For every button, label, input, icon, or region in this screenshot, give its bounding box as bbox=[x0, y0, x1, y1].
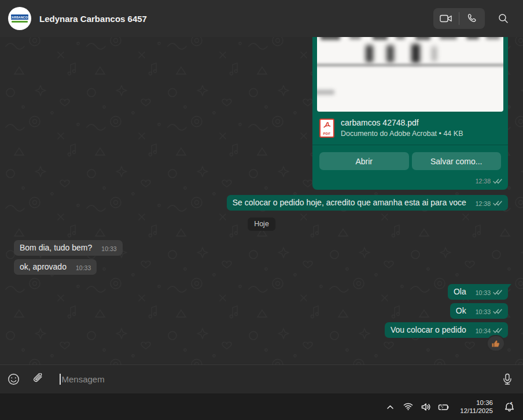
volume-status-button[interactable] bbox=[419, 398, 432, 415]
double-check-icon bbox=[493, 199, 502, 208]
message-text: ok, aprovado bbox=[20, 262, 67, 271]
contact-name[interactable]: Ledynara Carbancos 6457 bbox=[39, 14, 147, 24]
pdf-file-icon: PDF bbox=[319, 119, 334, 138]
message-bubble-outgoing[interactable]: Se colocar o pedido hoje, acredito que a… bbox=[227, 195, 508, 211]
call-button-group bbox=[433, 8, 485, 29]
phone-icon bbox=[467, 13, 477, 24]
reaction-badge[interactable] bbox=[487, 335, 505, 352]
message-time: 10:33 bbox=[101, 245, 116, 252]
text-caret bbox=[60, 374, 61, 385]
video-call-button[interactable] bbox=[433, 8, 459, 29]
pdf-preview-thumbnail[interactable] bbox=[317, 35, 503, 112]
microphone-icon bbox=[502, 373, 513, 386]
pdf-file-texts: carbamcos 42748.pdf Documento do Adobe A… bbox=[341, 118, 463, 138]
acrobat-glyph-icon bbox=[323, 121, 331, 128]
message-input[interactable] bbox=[62, 374, 498, 384]
speaker-icon bbox=[421, 403, 431, 411]
pdf-file-row[interactable]: PDF carbamcos 42748.pdf Documento do Ado… bbox=[312, 112, 508, 145]
notification-center-button[interactable]: z bbox=[503, 398, 515, 415]
pdf-filename: carbamcos 42748.pdf bbox=[341, 118, 463, 127]
message-bubble-incoming[interactable]: ok, aprovado 10:33 bbox=[14, 259, 97, 275]
double-check-icon bbox=[493, 307, 502, 316]
divider bbox=[312, 145, 508, 145]
battery-status-button[interactable] bbox=[437, 398, 450, 415]
open-button[interactable]: Abrir bbox=[319, 152, 409, 170]
message-bubble-incoming[interactable]: Bom dia, tudo bem? 10:33 bbox=[14, 240, 123, 256]
message-bubble-outgoing[interactable]: Ok 10:33 bbox=[450, 303, 508, 319]
emoji-button[interactable] bbox=[3, 369, 24, 390]
windows-taskbar: 10:36 12/11/2025 z bbox=[0, 393, 523, 420]
blurred-rule-line bbox=[317, 64, 503, 67]
search-icon bbox=[498, 13, 509, 24]
svg-text:z: z bbox=[510, 401, 513, 405]
double-check-icon bbox=[493, 176, 502, 187]
system-tray: 10:36 12/11/2025 z bbox=[384, 398, 515, 415]
date-divider: Hoje bbox=[248, 218, 275, 231]
blurred-mark bbox=[432, 46, 437, 61]
whatsapp-window: PDF carbamcos 42748.pdf Documento do Ado… bbox=[0, 0, 523, 420]
message-text: Ok bbox=[456, 306, 466, 315]
chevron-up-icon bbox=[386, 404, 394, 410]
video-camera-icon bbox=[440, 14, 452, 23]
blurred-mark bbox=[411, 44, 420, 63]
tray-time: 10:36 bbox=[460, 399, 493, 407]
message-time: 10:33 bbox=[76, 264, 91, 271]
pdf-file-meta: Documento do Adobe Acrobat • 44 KB bbox=[341, 130, 463, 138]
bell-dnd-icon: z bbox=[504, 401, 514, 412]
voice-call-button[interactable] bbox=[459, 8, 485, 29]
save-as-button[interactable]: Salvar como... bbox=[412, 152, 502, 170]
message-bubble-outgoing[interactable]: Vou colocar o pedido 10:34 bbox=[385, 322, 508, 338]
avatar-logo-underline bbox=[12, 21, 28, 23]
chat-header: CARBANCOS Ledynara Carbancos 6457 bbox=[0, 0, 523, 37]
voice-message-button[interactable] bbox=[497, 369, 518, 390]
contact-avatar[interactable]: CARBANCOS bbox=[8, 7, 31, 30]
message-text: Vou colocar o pedido bbox=[391, 325, 466, 334]
message-time: 10:33 bbox=[476, 289, 491, 296]
avatar-logo-text: CARBANCOS bbox=[11, 14, 28, 20]
blurred-mark bbox=[386, 45, 394, 62]
tray-overflow-button[interactable] bbox=[384, 398, 396, 415]
wifi-status-button[interactable] bbox=[402, 398, 414, 415]
tray-clock[interactable]: 10:36 12/11/2025 bbox=[460, 399, 493, 415]
battery-charging-icon bbox=[438, 403, 450, 411]
paperclip-icon bbox=[33, 373, 45, 385]
message-time: 10:33 bbox=[476, 308, 491, 315]
tray-date: 12/11/2025 bbox=[460, 407, 493, 415]
message-bubble-outgoing[interactable]: Ola 10:33 bbox=[448, 284, 508, 300]
double-check-icon bbox=[493, 288, 502, 297]
thumbs-up-icon bbox=[491, 339, 500, 348]
wifi-icon bbox=[403, 403, 413, 411]
blurred-smudge bbox=[317, 90, 334, 95]
message-composer bbox=[0, 364, 523, 393]
double-check-icon bbox=[493, 326, 502, 336]
message-text: Ola bbox=[454, 287, 466, 296]
pdf-badge-label: PDF bbox=[323, 132, 330, 135]
blurred-mark bbox=[366, 45, 373, 62]
document-message-bubble[interactable]: PDF carbamcos 42748.pdf Documento do Ado… bbox=[312, 30, 508, 190]
emoji-smiley-icon bbox=[8, 373, 20, 385]
message-time: 12:38 bbox=[476, 178, 491, 185]
message-time: 12:38 bbox=[476, 200, 491, 207]
message-time: 10:34 bbox=[476, 327, 491, 334]
message-text: Bom dia, tudo bem? bbox=[20, 243, 92, 252]
search-in-chat-button[interactable] bbox=[493, 8, 514, 29]
attach-button[interactable] bbox=[28, 369, 49, 390]
message-text: Se colocar o pedido hoje, acredito que a… bbox=[233, 198, 466, 207]
